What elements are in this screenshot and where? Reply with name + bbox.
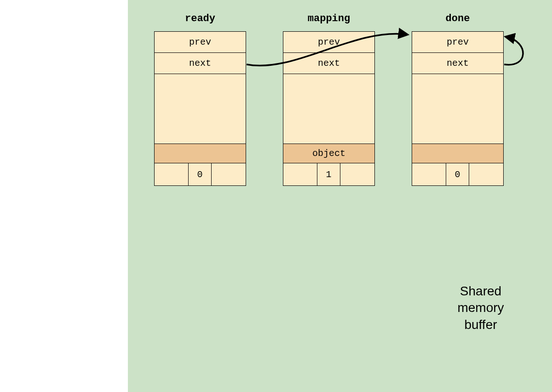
counter-value: 0 (446, 163, 469, 185)
column-label-done: done (412, 13, 504, 24)
counter-right (340, 163, 374, 185)
cell-object (155, 144, 246, 163)
caption: Shared memory buffer (435, 283, 527, 333)
cell-gap (412, 74, 503, 144)
cell-prev: prev (412, 32, 503, 53)
node-done: prev next 0 (412, 31, 504, 186)
cell-prev: prev (155, 32, 246, 53)
cell-object (412, 144, 503, 163)
column-label-mapping: mapping (283, 13, 375, 24)
column-label-ready: ready (154, 13, 246, 24)
node-mapping: prev next object 1 (283, 31, 375, 186)
cell-next: next (155, 53, 246, 74)
counter-value: 1 (317, 163, 340, 185)
caption-line: buffer (435, 317, 527, 333)
counter-left (155, 163, 189, 185)
cell-gap (155, 74, 246, 144)
cell-next: next (412, 53, 503, 74)
counter-row: 0 (155, 163, 246, 185)
counter-right (212, 163, 246, 185)
caption-line: Shared (435, 283, 527, 300)
node-ready: prev next 0 (154, 31, 246, 186)
counter-right (469, 163, 503, 185)
counter-row: 1 (283, 163, 374, 185)
counter-row: 0 (412, 163, 503, 185)
cell-next: next (283, 53, 374, 74)
cell-object: object (283, 144, 374, 163)
caption-line: memory (435, 300, 527, 316)
counter-value: 0 (189, 163, 212, 185)
counter-left (283, 163, 317, 185)
cell-prev: prev (283, 32, 374, 53)
cell-gap (283, 74, 374, 144)
counter-left (412, 163, 446, 185)
